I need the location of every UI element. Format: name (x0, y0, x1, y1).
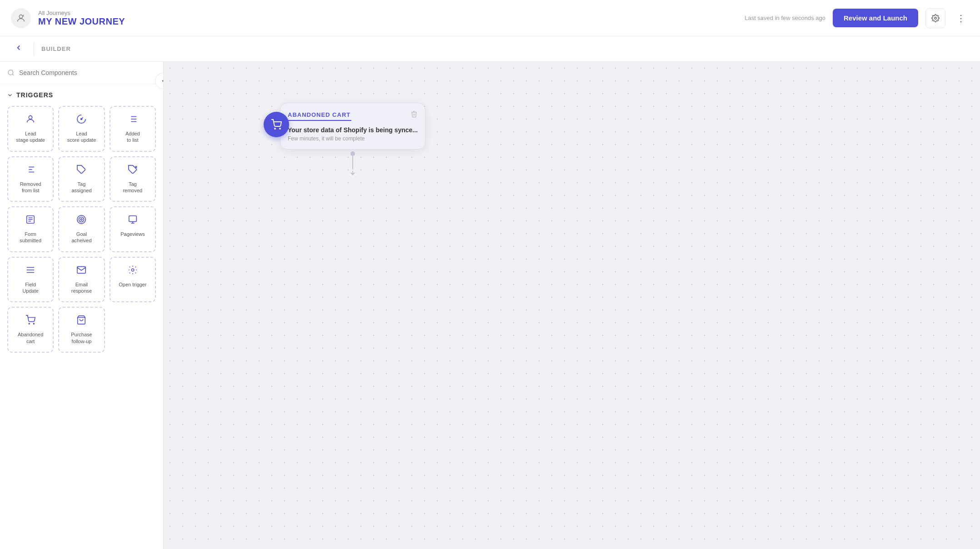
node-card-column: ABANDONED CART Your store data of Shopif… (280, 103, 425, 176)
svg-point-1 (935, 17, 937, 19)
saved-status: Last saved in few seconds ago (745, 15, 825, 21)
svg-point-34 (34, 324, 35, 324)
list-remove-icon (25, 165, 35, 177)
trigger-open-trigger[interactable]: Open trigger (110, 257, 156, 303)
trigger-lead-score-update[interactable]: Leadscore update (58, 106, 105, 152)
connector-dot-top (350, 151, 355, 156)
trigger-pageviews-label: Pageviews (120, 231, 145, 237)
back-icon (15, 44, 23, 52)
trigger-purchase-follow-up-label: Purchasefollow-up (71, 331, 92, 344)
svg-point-27 (81, 219, 83, 220)
trigger-field-update[interactable]: FieldUpdate (7, 257, 54, 303)
sidebar: TRIGGERS Leadstage update (0, 62, 164, 549)
title-group: All Journeys MY NEW JOURNEY (38, 10, 125, 27)
triggers-section-header: TRIGGERS (7, 91, 156, 99)
trigger-open-trigger-label: Open trigger (119, 281, 146, 288)
svg-point-2 (8, 70, 13, 75)
parent-label: All Journeys (38, 10, 125, 16)
tag-icon (76, 165, 86, 177)
builder-label: BUILDER (41, 45, 71, 52)
node-card-title-underline (288, 120, 351, 121)
settings-button[interactable] (925, 8, 945, 28)
node-card[interactable]: ABANDONED CART Your store data of Shopif… (280, 103, 425, 150)
gear-icon (931, 14, 940, 22)
svg-point-33 (29, 324, 30, 324)
back-button[interactable] (11, 42, 26, 56)
tag-remove-icon (128, 165, 138, 177)
trigger-abandoned-cart[interactable]: Abandonedcart (7, 307, 54, 353)
connector-arrow (350, 170, 356, 176)
cart-icon (25, 315, 35, 328)
svg-point-25 (77, 215, 85, 224)
trigger-goal-achieved-label: Goalacheived (71, 231, 91, 244)
triggers-title: TRIGGERS (16, 91, 53, 99)
header-right: Last saved in few seconds ago Review and… (745, 8, 969, 28)
trigger-lead-stage-update-label: Leadstage update (16, 130, 45, 144)
triggers-grid: Leadstage update Leadscore update (7, 106, 156, 353)
search-input[interactable] (19, 69, 156, 76)
person-icon (25, 114, 35, 127)
trigger-email-response[interactable]: Emailresponse (58, 257, 105, 303)
trash-icon (410, 110, 418, 118)
open-icon (128, 265, 138, 278)
svg-point-3 (29, 116, 32, 119)
form-icon (25, 215, 35, 227)
svg-point-32 (131, 269, 134, 271)
sidebar-content: TRIGGERS Leadstage update (0, 84, 163, 549)
more-options-button[interactable]: ⋮ (953, 9, 969, 27)
sub-header-divider (34, 42, 34, 56)
svg-point-4 (81, 119, 82, 120)
trigger-pageviews[interactable]: Pageviews (110, 206, 156, 252)
avatar (11, 8, 31, 28)
trigger-added-to-list-label: Addedto list (125, 130, 140, 144)
svg-point-0 (19, 15, 22, 18)
chevron-left-icon (160, 78, 164, 84)
trigger-removed-from-list[interactable]: Removedfrom list (7, 156, 54, 202)
main: TRIGGERS Leadstage update (0, 62, 980, 549)
trigger-tag-assigned-label: Tagassigned (71, 181, 91, 194)
triggers-chevron-icon (7, 92, 13, 98)
goal-icon (76, 215, 86, 227)
trigger-tag-removed-label: Tagremoved (123, 181, 142, 194)
trigger-added-to-list[interactable]: Addedto list (110, 106, 156, 152)
node-icon-circle (264, 112, 289, 137)
canvas: ABANDONED CART Your store data of Shopif… (164, 62, 980, 549)
cart-node-icon (271, 119, 282, 130)
purchase-icon (76, 315, 86, 328)
connector-line (352, 156, 353, 170)
svg-point-37 (280, 128, 280, 129)
trigger-tag-assigned[interactable]: Tagassigned (58, 156, 105, 202)
search-icon (7, 69, 15, 76)
trigger-form-submitted[interactable]: Formsubmitted (7, 206, 54, 252)
trigger-email-response-label: Emailresponse (71, 281, 92, 294)
trigger-field-update-label: FieldUpdate (22, 281, 38, 294)
node-sub-text: Few minutes, it will be complete (288, 135, 418, 142)
review-launch-button[interactable]: Review and Launch (833, 9, 918, 27)
trigger-removed-from-list-label: Removedfrom list (20, 181, 41, 194)
node-card-header: ABANDONED CART (288, 110, 418, 119)
pageview-icon (128, 215, 138, 227)
trigger-purchase-follow-up[interactable]: Purchasefollow-up (58, 307, 105, 353)
trigger-abandoned-cart-label: Abandonedcart (18, 331, 43, 344)
email-icon (76, 265, 86, 278)
trigger-form-submitted-label: Formsubmitted (20, 231, 41, 244)
header-left: All Journeys MY NEW JOURNEY (11, 8, 125, 28)
node-container: ABANDONED CART Your store data of Shopif… (264, 103, 425, 176)
list-icon (128, 114, 138, 127)
svg-point-26 (79, 217, 84, 222)
node-connector (350, 150, 356, 176)
gauge-icon (76, 114, 86, 127)
header: All Journeys MY NEW JOURNEY Last saved i… (0, 0, 980, 36)
node-delete-button[interactable] (410, 110, 418, 119)
trigger-tag-removed[interactable]: Tagremoved (110, 156, 156, 202)
field-icon (25, 265, 35, 278)
svg-rect-28 (129, 216, 137, 222)
trigger-lead-stage-update[interactable]: Leadstage update (7, 106, 54, 152)
node-card-title: ABANDONED CART (288, 111, 350, 118)
trigger-goal-achieved[interactable]: Goalacheived (58, 206, 105, 252)
sub-header: BUILDER (0, 36, 980, 62)
svg-point-36 (275, 128, 275, 129)
search-bar (0, 62, 163, 84)
trigger-lead-score-update-label: Leadscore update (67, 130, 96, 144)
node-main-text: Your store data of Shopify is being sync… (288, 126, 418, 134)
